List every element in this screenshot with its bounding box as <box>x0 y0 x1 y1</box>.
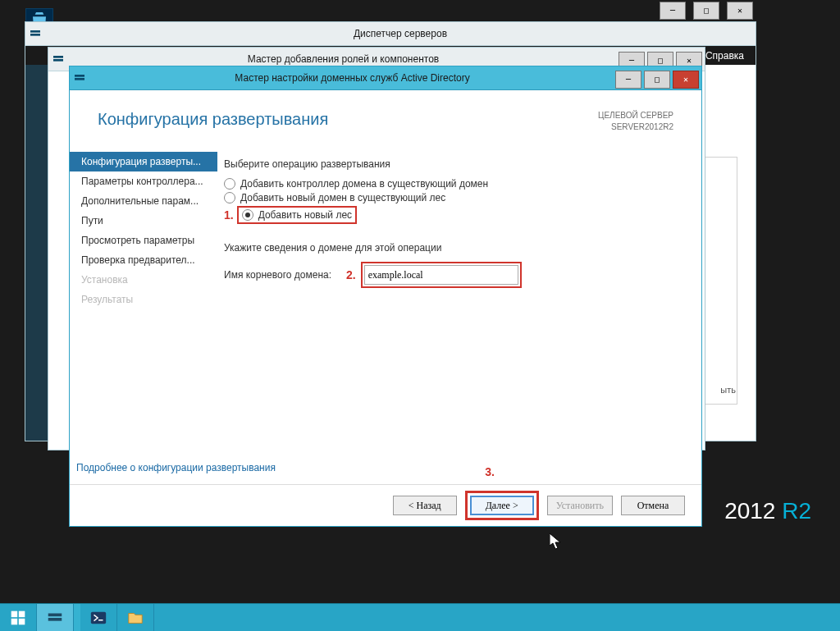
taskbar <box>0 603 840 631</box>
close-button[interactable]: ✕ <box>727 2 753 20</box>
nav-step: Результаты <box>70 290 217 309</box>
nav-step[interactable]: Пути <box>70 211 217 231</box>
nav-step[interactable]: Проверка предварител... <box>70 250 217 270</box>
more-info-link[interactable]: Подробнее о конфигурации развертывания <box>76 462 276 473</box>
operation-label: Выберите операцию развертывания <box>224 158 680 170</box>
install-button[interactable]: Установить <box>547 496 613 515</box>
callout-1: 1. <box>224 208 234 222</box>
svg-rect-3 <box>53 59 63 62</box>
wizard-icon <box>70 71 89 85</box>
nav-step[interactable]: Параметры контроллера... <box>70 171 217 191</box>
titlebar[interactable]: Диспетчер серверов <box>25 22 756 46</box>
window-title: Мастер добавления ролей и компонентов <box>68 53 619 65</box>
nav-step[interactable]: Просмотреть параметры <box>70 231 217 250</box>
svg-rect-4 <box>75 75 84 77</box>
window-title: Мастер настройки доменных служб Active D… <box>89 72 615 84</box>
nav-step[interactable]: Дополнительные парам... <box>70 191 217 211</box>
titlebar[interactable]: Мастер настройки доменных служб Active D… <box>70 66 701 90</box>
wizard-pane: Выберите операцию развертывания Добавить… <box>217 145 701 480</box>
callout-2: 2. <box>346 268 356 281</box>
wizard-nav: Конфигурация разверты...Параметры контро… <box>70 145 217 480</box>
taskbar-explorer[interactable] <box>117 604 154 631</box>
svg-rect-2 <box>53 56 63 58</box>
svg-rect-9 <box>19 618 25 624</box>
svg-rect-0 <box>30 30 40 33</box>
minimize-button[interactable]: ─ <box>615 71 641 89</box>
svg-rect-5 <box>75 78 84 80</box>
svg-rect-6 <box>11 610 18 617</box>
hide-label[interactable]: ыть <box>720 385 736 395</box>
maximize-button[interactable]: □ <box>644 71 670 89</box>
window-title: Диспетчер серверов <box>45 28 756 39</box>
svg-rect-10 <box>48 613 62 616</box>
maximize-button[interactable]: □ <box>693 2 719 20</box>
root-domain-label: Имя корневого домена: <box>224 269 331 281</box>
mouse-cursor-icon <box>550 533 561 550</box>
svg-rect-8 <box>11 618 18 624</box>
root-domain-input[interactable] <box>364 265 518 285</box>
nav-step[interactable]: Конфигурация разверты... <box>70 152 217 171</box>
menu-help[interactable]: Справка <box>705 50 744 62</box>
svg-rect-11 <box>48 618 62 621</box>
page-heading: Конфигурация развертывания <box>98 110 598 133</box>
radio-add-dc-existing-domain[interactable]: Добавить контроллер домена в существующи… <box>224 178 680 190</box>
svg-rect-7 <box>19 610 25 617</box>
callout-3: 3. <box>485 465 495 478</box>
taskbar-server-manager[interactable] <box>37 604 74 631</box>
close-button[interactable]: ✕ <box>673 71 699 89</box>
next-button[interactable]: Далее > <box>470 496 534 515</box>
os-brand: 2012 R2 <box>724 498 811 524</box>
domain-info-label: Укажите сведения о домене для этой опера… <box>224 242 680 254</box>
minimize-button[interactable]: ─ <box>660 2 686 20</box>
taskbar-powershell[interactable] <box>80 604 117 631</box>
nav-step: Установка <box>70 270 217 290</box>
radio-add-new-forest[interactable]: Добавить новый лес <box>242 209 352 221</box>
wizard-footer: < Назад Далее > Установить Отмена <box>70 484 701 526</box>
radio-add-domain-existing-forest[interactable]: Добавить новый домен в существующий лес <box>224 192 680 203</box>
svg-rect-1 <box>30 34 40 36</box>
back-button[interactable]: < Назад <box>393 496 457 515</box>
cancel-button[interactable]: Отмена <box>621 496 685 515</box>
window-adds-wizard: Мастер настройки доменных служб Active D… <box>69 66 702 527</box>
server-manager-icon <box>25 27 45 40</box>
target-server-info: ЦЕЛЕВОЙ СЕРВЕР SERVER2012R2 <box>598 110 673 133</box>
wizard-icon <box>48 53 68 66</box>
start-button[interactable] <box>0 604 37 631</box>
